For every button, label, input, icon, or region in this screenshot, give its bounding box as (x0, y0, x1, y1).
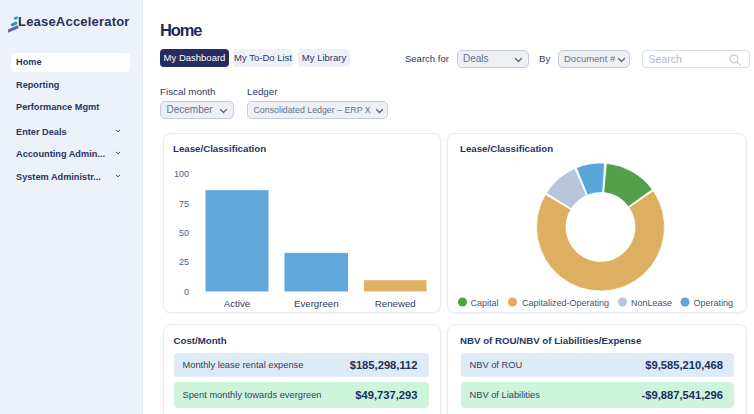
svg-text:Capitalized-Operating: Capitalized-Operating (522, 298, 609, 308)
svg-text:25: 25 (178, 257, 188, 267)
svg-text:75: 75 (178, 199, 188, 209)
svg-text:Active: Active (223, 298, 249, 309)
svg-text:Operating: Operating (694, 298, 734, 308)
svg-text:50: 50 (178, 228, 188, 238)
svg-text:Capital: Capital (471, 298, 499, 308)
svg-text:100: 100 (173, 169, 188, 179)
svg-text:Renewed: Renewed (374, 298, 415, 309)
svg-text:Evergreen: Evergreen (293, 298, 338, 309)
svg-text:0: 0 (183, 287, 188, 297)
svg-text:NonLease: NonLease (631, 298, 672, 308)
